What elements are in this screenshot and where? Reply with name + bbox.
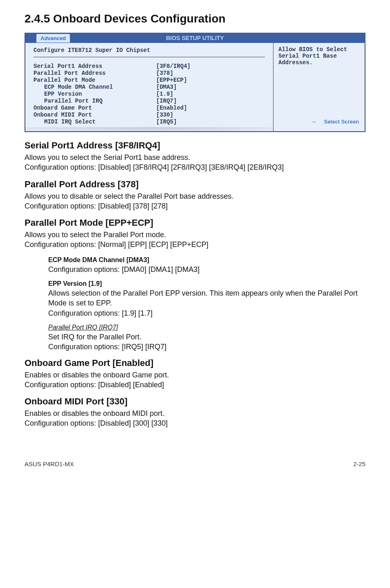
bios-option-row[interactable]: Serial Port1 Address[3F8/IRQ4] [34, 63, 265, 70]
left-right-arrow-icon: ↔ [312, 119, 317, 125]
footer-left: ASUS P4RD1-MX [25, 460, 74, 467]
bios-option-label: Onboard Game Port [34, 105, 156, 111]
parallel-port-address-title: Parallel Port Address [378] [25, 179, 365, 190]
serial-port1-title: Serial Port1 Address [3F8/IRQ4] [25, 140, 365, 151]
serial-port1-body: Allows you to select the Serial Port1 ba… [25, 153, 365, 173]
parallel-port-mode-title: Parallel Port Mode [EPP+ECP] [25, 218, 365, 228]
bios-option-row[interactable]: Parallel Port IRQ[IRQ7] [34, 98, 265, 104]
epp-version-body: Allows selection of the Parallel Port EP… [48, 288, 365, 318]
bios-tab-advanced[interactable]: Advanced [36, 34, 70, 43]
bios-options-list: Serial Port1 Address[3F8/IRQ4]Parallel P… [34, 63, 265, 125]
parallel-port-irq-body: Set IRQ for the Parallel Port. Configura… [48, 332, 365, 352]
bios-option-label: ECP Mode DMA Channel [34, 84, 156, 90]
bios-option-label: MIDI IRQ Select [34, 119, 156, 125]
bios-body: Configure ITE8712 Super IO Chipset Seria… [25, 43, 365, 132]
bios-header-title: BIOS SETUP UTILITY [166, 35, 224, 41]
bios-option-value: [IRQ5] [156, 119, 177, 125]
bios-option-row[interactable]: EPP Version[1.9] [34, 91, 265, 97]
onboard-game-port-title: Onboard Game Port [Enabled] [25, 358, 365, 368]
onboard-midi-port-title: Onboard MIDI Port [330] [25, 396, 365, 407]
bios-option-value: [Enabled] [156, 105, 187, 111]
bios-nav-hint: ↔Select Screen [312, 119, 359, 125]
bios-help-panel: Allow BIOS to Select Serial Port1 Base A… [273, 43, 365, 132]
bios-option-label: Parallel Port Address [34, 70, 156, 76]
bios-option-value: [IRQ7] [156, 98, 177, 104]
bios-help-line: Allow BIOS to Select [278, 46, 360, 53]
bios-option-row[interactable]: Onboard Game Port[Enabled] [34, 105, 265, 111]
bios-option-value: [378] [156, 70, 173, 76]
bios-setup-utility: Advanced BIOS SETUP UTILITY Configure IT… [25, 33, 365, 132]
bios-option-value: [EPP+ECP] [156, 77, 187, 83]
bios-left-panel: Configure ITE8712 Super IO Chipset Seria… [25, 43, 273, 132]
bios-header: Advanced BIOS SETUP UTILITY [25, 33, 365, 43]
bios-option-row[interactable]: Parallel Port Mode[EPP+ECP] [34, 77, 265, 83]
bios-option-label: Parallel Port IRQ [34, 98, 156, 104]
bios-help-line: Serial Port1 Base [278, 53, 360, 59]
onboard-midi-port-body: Enables or disables the onboard MIDI por… [25, 408, 365, 429]
section-title: 2.4.5 Onboard Devices Configuration [25, 12, 365, 25]
parallel-port-address-body: Allows you to disable or select the Para… [25, 191, 365, 211]
parallel-port-irq-title: Parallel Port IRQ [IRQ7] [48, 324, 365, 331]
bios-option-value: [DMA3] [156, 84, 177, 90]
bios-option-row[interactable]: Parallel Port Address[378] [34, 70, 265, 76]
ecp-mode-title: ECP Mode DMA Channel [DMA3] [48, 256, 365, 264]
bios-nav-label: Select Screen [324, 119, 359, 125]
bios-option-value: [3F8/IRQ4] [156, 63, 191, 70]
bios-option-row[interactable]: MIDI IRQ Select[IRQ5] [34, 119, 265, 125]
bios-option-row[interactable]: ECP Mode DMA Channel[DMA3] [34, 84, 265, 90]
bios-option-value: [330] [156, 112, 173, 118]
bios-option-label: Serial Port1 Address [34, 63, 156, 70]
parallel-port-mode-body: Allows you to select the Parallel Port m… [25, 230, 365, 250]
bios-option-value: [1.9] [156, 91, 173, 97]
ecp-mode-body: Configuration options: [DMA0] [DMA1] [DM… [48, 265, 365, 274]
onboard-game-port-body: Enables or disables the onboard Game por… [25, 370, 365, 390]
bios-chipset-label: Configure ITE8712 Super IO Chipset [34, 46, 265, 57]
bios-help-text: Allow BIOS to Select Serial Port1 Base A… [278, 46, 360, 66]
epp-version-title: EPP Version [1.9] [48, 280, 365, 287]
footer-right: 2-25 [353, 460, 365, 467]
bios-help-line: Addresses. [278, 59, 360, 66]
bios-option-label: EPP Version [34, 91, 156, 97]
bios-option-label: Onboard MIDI Port [34, 112, 156, 118]
bios-option-row[interactable]: Onboard MIDI Port[330] [34, 112, 265, 118]
bios-option-label: Parallel Port Mode [34, 77, 156, 83]
page-footer: ASUS P4RD1-MX 2-25 [25, 457, 365, 467]
